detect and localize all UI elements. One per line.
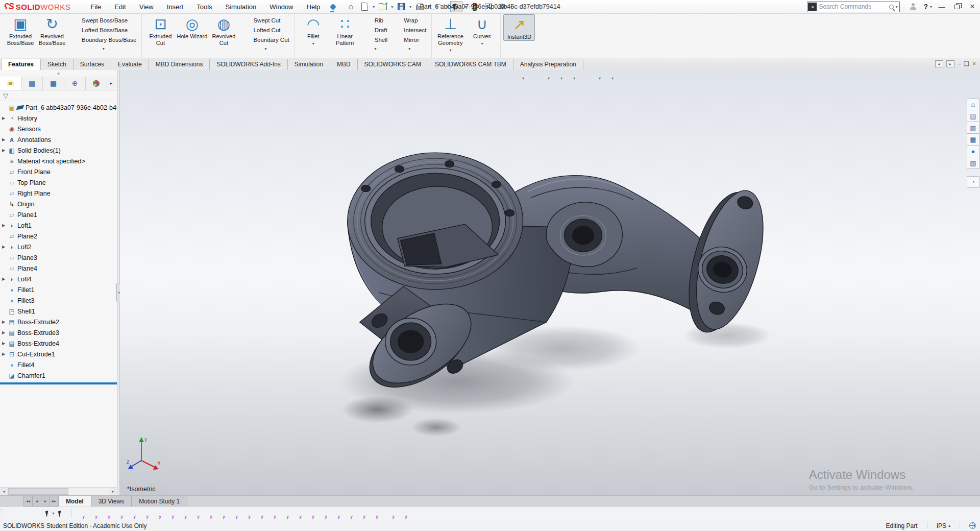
instant3d-button[interactable]: ↗ Instant3D — [503, 14, 535, 41]
tree-item[interactable]: ▶ Annotations — [0, 134, 117, 145]
document-tab[interactable]: Motion Study 1 — [132, 496, 187, 506]
section-view-icon[interactable]: ▾ — [504, 73, 517, 84]
tree-item[interactable]: ▶ Fillet4 — [0, 359, 117, 370]
ribbon-tab[interactable]: Evaluate — [111, 59, 149, 70]
minimize-button[interactable]: — — [934, 0, 949, 13]
sketchbar-separator-2[interactable]: ▾ y — [381, 509, 381, 518]
filter-balloons-icon[interactable]: ▾ y — [290, 508, 303, 519]
panel-horizontal-scrollbar[interactable]: ◂ ▸ — [0, 487, 117, 495]
ribbon-small-button[interactable]: Lofted Boss/Base — [68, 25, 139, 35]
next-tab-icon[interactable]: ▸ — [41, 496, 50, 506]
hole-wizard-button[interactable]: ◎ Hole Wizard — [176, 14, 208, 40]
display-style-icon[interactable]: ▾ — [555, 73, 568, 84]
tree-item[interactable]: ▶ History — [0, 113, 117, 124]
menu-item[interactable]: Window — [264, 1, 299, 13]
toggle-selection-filters-icon[interactable]: ▾ y — [18, 508, 31, 519]
solidworks-resources-icon[interactable]: ⌂ — [967, 99, 979, 110]
ribbon-tab[interactable]: SOLIDWORKS CAM TBM — [428, 59, 513, 70]
filter-sketch-points-icon[interactable]: ▾ y — [162, 508, 175, 519]
filter-hide-show-icon[interactable]: ▾ y — [396, 508, 408, 519]
dropdown-caret[interactable]: ▾ — [611, 76, 614, 81]
tree-item[interactable]: ▶ Boss-Extrude4 — [0, 338, 117, 349]
expand-arrow-icon[interactable]: ▶ — [0, 330, 7, 335]
filter-planes-icon[interactable]: ▾ y — [150, 508, 162, 519]
dropdown-caret[interactable]: ▾ — [522, 76, 524, 81]
menu-item[interactable]: Tools — [191, 1, 217, 13]
tree-item[interactable]: ▶ Plane2 — [0, 231, 117, 242]
tree-item[interactable]: ▶ Loft1 — [0, 220, 117, 231]
zoom-to-fit-icon[interactable]: ▾ — [466, 73, 479, 84]
filter-vertices-icon[interactable]: ▾ y — [73, 508, 86, 519]
tree-item[interactable]: ▶ Plane1 — [0, 209, 117, 220]
tree-item[interactable]: ▶ Fillet3 — [0, 295, 117, 306]
linear-pattern-button[interactable]: ∷ Linear Pattern — [329, 14, 361, 46]
scroll-right-icon[interactable]: ▸ — [109, 488, 117, 495]
expand-arrow-icon[interactable]: ▶ — [0, 116, 7, 120]
next-document-icon[interactable]: ▸ — [946, 60, 954, 67]
select-tool-icon[interactable]: ▾ y — [44, 508, 57, 519]
ribbon-small-button[interactable]: Rib — [361, 15, 390, 25]
search-scope-caret[interactable]: ▾ — [895, 5, 897, 9]
expand-arrow-icon[interactable]: ▶ — [0, 223, 7, 228]
filter-geometric-tolerances-icon[interactable]: ▾ y — [315, 508, 328, 519]
dropdown-caret[interactable]: ▾ — [573, 76, 575, 81]
tree-item[interactable]: ▶ Boss-Extrude3 — [0, 327, 117, 338]
boss-base-flyout-caret[interactable]: ▾ — [68, 46, 139, 52]
ribbon-tab[interactable]: Features — [1, 59, 41, 70]
filter-blocks-icon[interactable]: ▾ y — [341, 508, 354, 519]
tree-item[interactable]: ▶ Part_6 abb43a07-936e-4b02-b45c- — [0, 102, 117, 113]
pattern-flyout-caret[interactable]: ▾ — [361, 46, 390, 52]
tree-item[interactable]: ▶ Cut-Extrude1 — [0, 349, 117, 359]
revolved-cut-button[interactable]: ◍ Revolved Cut — [208, 14, 239, 46]
ribbon-tab[interactable]: Analysis Preparation — [513, 59, 583, 70]
panel-resize-grip[interactable]: ● — [0, 70, 117, 77]
panel-tabs-overflow[interactable]: ▸ — [107, 77, 115, 90]
fillet-button[interactable]: ◠ Fillet ▾ — [298, 14, 329, 47]
filter-dowel-pins-icon[interactable]: ▾ y — [354, 508, 366, 519]
lasso-select-icon[interactable]: ▾ y — [57, 508, 69, 519]
extruded-boss-base-button[interactable]: ▣ Extruded Boss/Base — [5, 14, 36, 46]
dropdown-caret[interactable]: ▾ — [52, 511, 54, 516]
tree-item[interactable]: ▶ Right Plane — [0, 188, 117, 199]
tree-item[interactable]: ▶ Plane4 — [0, 263, 117, 274]
help-caret[interactable]: ▾ — [930, 5, 932, 9]
sketchbar-separator[interactable]: ▾ y — [71, 509, 71, 518]
filter-notes-icon[interactable]: ▾ y — [277, 508, 290, 519]
ribbon-small-button[interactable]: Draft — [361, 25, 390, 35]
menu-item[interactable]: View — [134, 1, 159, 13]
open-button[interactable] — [377, 1, 389, 12]
document-tab[interactable]: Model — [58, 496, 91, 506]
scroll-left-icon[interactable]: ◂ — [0, 488, 8, 495]
ribbon-small-button[interactable]: Swept Cut — [239, 15, 291, 25]
menu-item[interactable]: Insert — [161, 1, 189, 13]
filter-faces-icon[interactable]: ▾ y — [99, 508, 111, 519]
design-library-icon[interactable]: ▤ — [967, 110, 979, 122]
ribbon-small-button[interactable]: Wrap — [390, 15, 429, 25]
ribbon-small-button[interactable]: Intersect — [390, 25, 429, 35]
previous-document-icon[interactable]: ◂ — [935, 60, 943, 67]
clear-selection-filters-icon[interactable]: ▾ y — [6, 508, 18, 519]
filter-weld-symbols-icon[interactable]: ▾ y — [303, 508, 315, 519]
menu-item[interactable]: Help — [301, 1, 326, 13]
custom-properties-icon[interactable]: ▧ — [967, 157, 979, 169]
new-document-button[interactable] — [358, 1, 371, 12]
display-manager-tab[interactable] — [86, 77, 107, 90]
solidworks-forum-icon[interactable]: ◔ — [967, 176, 979, 188]
curves-caret[interactable]: ▾ — [481, 40, 483, 47]
view-settings-icon[interactable]: ▾ — [606, 73, 619, 84]
view-orientation-icon[interactable]: ▾ — [543, 73, 555, 84]
expand-arrow-icon[interactable]: ▶ — [0, 320, 7, 324]
edit-selection-filters-icon[interactable]: ▾ y — [31, 508, 44, 519]
view-palette-icon[interactable]: ▦ — [967, 134, 979, 146]
filter-datums-icon[interactable]: ▾ y — [264, 508, 277, 519]
units-selector[interactable]: IPS ▴ — [937, 522, 950, 529]
edit-appearance-icon[interactable]: ▾ — [581, 73, 594, 84]
previous-view-icon[interactable]: ▾ — [492, 73, 504, 84]
ribbon-tab[interactable]: MBD Dimensions — [149, 59, 210, 70]
feature-manager-tab[interactable]: ▣ — [0, 77, 21, 90]
file-explorer-icon[interactable]: ▥ — [967, 122, 979, 134]
tree-item[interactable]: ▶ Sensors — [0, 124, 117, 134]
ribbon-small-button[interactable]: Swept Boss/Base — [68, 15, 139, 25]
dropdown-caret[interactable]: ▾ — [599, 76, 601, 81]
tree-item[interactable]: ▶ Fillet1 — [0, 284, 117, 295]
